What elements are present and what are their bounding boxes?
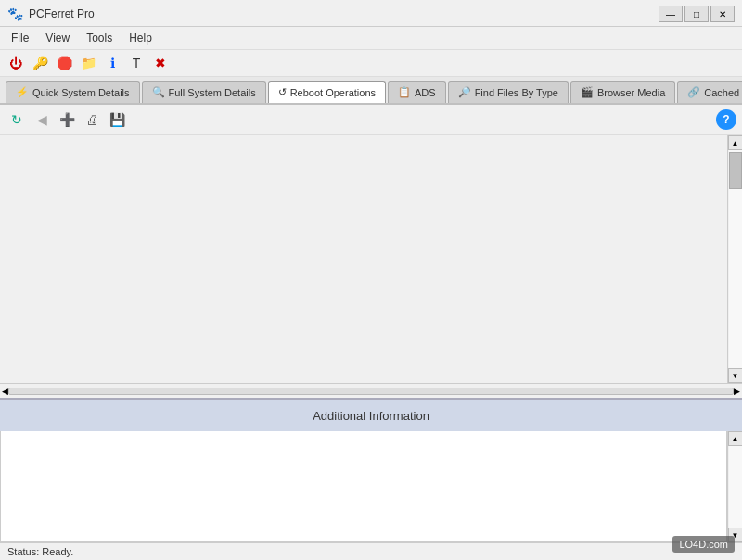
tab-label-browsermedia: Browser Media <box>597 87 665 98</box>
close-button[interactable]: ✕ <box>710 6 735 22</box>
statusbar: Status: Ready. <box>0 542 742 560</box>
tab-label-cachedurls: Cached URLs <box>704 87 742 98</box>
main-content: ▲ ▼ ◀ ▶ Additional Information ▲ ▼ <box>0 135 742 542</box>
menu-item-file[interactable]: File <box>4 29 36 47</box>
menu-item-help[interactable]: Help <box>122 29 160 47</box>
text-icon[interactable]: T <box>126 53 147 73</box>
scroll-right-arrow[interactable]: ▶ <box>734 387 740 396</box>
scroll-left-arrow[interactable]: ◀ <box>2 387 8 396</box>
back-btn: ◀ <box>31 108 53 131</box>
close-red-icon[interactable]: ✖ <box>150 53 171 73</box>
tab-full[interactable]: 🔍Full System Details <box>142 81 266 103</box>
tab-icon-cachedurls: 🔗 <box>687 86 700 98</box>
table-scroll[interactable] <box>0 135 727 383</box>
print-btn[interactable]: 🖨 <box>81 108 103 131</box>
titlebar: 🐾 PCFerret Pro — □ ✕ <box>0 0 742 27</box>
app-icon: 🐾 <box>7 6 23 21</box>
tab-icon-ads: 📋 <box>398 86 411 98</box>
tab-label-full: Full System Details <box>169 87 256 98</box>
add-btn[interactable]: ➕ <box>56 108 78 131</box>
folder-icon[interactable]: 📁 <box>78 53 98 73</box>
scroll-thumb[interactable] <box>729 152 742 189</box>
actionbar-left: ↻◀➕🖨💾 <box>6 108 128 131</box>
info-scroll-track[interactable] <box>729 446 742 528</box>
status-text: Status: Ready. <box>7 546 73 557</box>
tab-browsermedia[interactable]: 🎬Browser Media <box>570 81 675 103</box>
tab-findfiles[interactable]: 🔎Find Files By Type <box>448 81 569 103</box>
info-vertical-scrollbar[interactable]: ▲ ▼ <box>727 431 742 542</box>
refresh-btn[interactable]: ↻ <box>6 108 28 131</box>
tab-label-findfiles: Find Files By Type <box>475 87 558 98</box>
titlebar-left: 🐾 PCFerret Pro <box>7 6 95 21</box>
toolbar1: ⏻🔑🛑📁ℹT✖ <box>0 50 742 77</box>
tab-icon-quick: ⚡ <box>16 86 29 98</box>
titlebar-controls: — □ ✕ <box>659 6 735 22</box>
maximize-button[interactable]: □ <box>684 6 709 22</box>
tab-icon-findfiles: 🔎 <box>458 86 471 98</box>
info-scroll-up[interactable]: ▲ <box>728 431 743 446</box>
tab-label-quick: Quick System Details <box>32 87 130 98</box>
save-btn[interactable]: 💾 <box>106 108 128 131</box>
power-icon[interactable]: ⏻ <box>6 53 26 73</box>
tab-cachedurls[interactable]: 🔗Cached URLs <box>677 81 742 103</box>
scroll-track[interactable] <box>729 150 742 368</box>
key-icon[interactable]: 🔑 <box>30 53 50 73</box>
help-button[interactable]: ? <box>716 109 736 130</box>
vertical-scrollbar[interactable]: ▲ ▼ <box>727 135 742 383</box>
scroll-bar-track[interactable] <box>8 388 734 395</box>
actionbar: ↻◀➕🖨💾 ? <box>0 105 742 135</box>
minimize-button[interactable]: — <box>659 6 683 22</box>
info-panel-title: Additional Information <box>313 409 429 423</box>
tab-reboot[interactable]: ↺Reboot Operations <box>268 81 386 103</box>
scroll-down-arrow[interactable]: ▼ <box>728 368 743 383</box>
menu-item-tools[interactable]: Tools <box>79 29 120 47</box>
app-title: PCFerret Pro <box>29 7 95 20</box>
table-wrapper: ▲ ▼ <box>0 135 742 383</box>
info-content <box>0 431 727 542</box>
menubar: FileViewToolsHelp <box>0 27 742 50</box>
scroll-up-arrow[interactable]: ▲ <box>728 135 743 150</box>
tab-ads[interactable]: 📋ADS <box>388 81 446 103</box>
menu-item-view[interactable]: View <box>38 29 77 47</box>
tab-label-ads: ADS <box>415 87 436 98</box>
horizontal-scrollbar[interactable]: ◀ ▶ <box>0 383 742 398</box>
watermark: LO4D.com <box>672 536 735 553</box>
tabbar: ⚡Quick System Details🔍Full System Detail… <box>0 77 742 105</box>
stop-icon[interactable]: 🛑 <box>54 53 74 73</box>
tab-icon-browsermedia: 🎬 <box>581 86 594 98</box>
info-panel-header: Additional Information <box>0 398 742 431</box>
info-icon[interactable]: ℹ <box>102 53 122 73</box>
tab-label-reboot: Reboot Operations <box>290 87 376 98</box>
tab-quick[interactable]: ⚡Quick System Details <box>6 81 140 103</box>
tab-icon-reboot: ↺ <box>278 86 287 98</box>
tab-icon-full: 🔍 <box>152 86 165 98</box>
